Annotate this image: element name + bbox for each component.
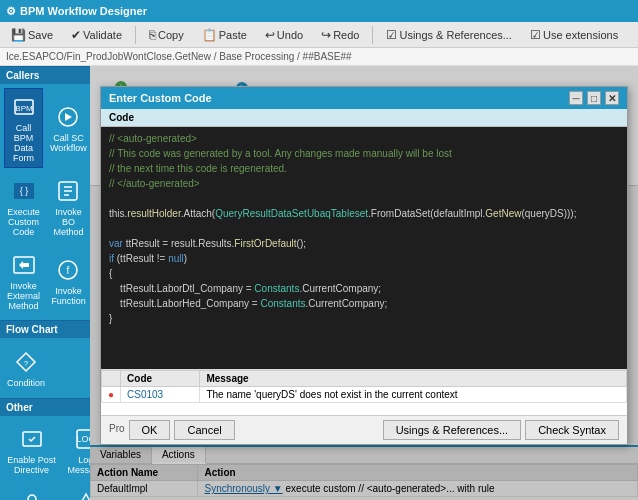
code-line: ttResult.LaborDtl_Company = Constants.Cu… [109,281,619,296]
notify-collaborator-icon [18,489,46,500]
error-table: Code Message ● CS0103 The name 'queryDS'… [101,370,627,403]
paste-button[interactable]: 📋 Paste [195,25,254,45]
sidebar-item-notify-collaborator[interactable]: Notify Collaborator [4,484,59,500]
save-button[interactable]: 💾 Save [4,25,60,45]
svg-text:BPM: BPM [15,104,33,113]
svg-text:f: f [67,265,70,276]
sidebar-item-invoke-external[interactable]: Invoke External Method [4,246,43,316]
code-editor[interactable]: // <auto-generated> // This code was gen… [101,127,627,369]
cancel-button[interactable]: Cancel [174,420,234,440]
execute-custom-label: Execute Custom Code [7,207,40,237]
invoke-bo-icon [54,177,82,205]
copy-button[interactable]: ⎘ Copy [142,25,191,45]
redo-button[interactable]: ↪ Redo [314,25,366,45]
usings-icon: ☑ [386,28,397,42]
code-line: ttResult.LaborHed_Company = Constants.Cu… [109,296,619,311]
usings-references-button[interactable]: Usings & References... [383,420,522,440]
extensions-icon: ☑ [530,28,541,42]
svg-point-17 [28,495,36,500]
condition-icon: ? [12,348,40,376]
enable-post-icon [18,425,46,453]
invoke-bo-label: Invoke BO Method [50,207,87,237]
main-toolbar: 💾 Save ✔ Validate ⎘ Copy 📋 Paste ↩ Undo … [0,22,638,48]
app-titlebar: ⚙ BPM Workflow Designer [0,0,638,22]
modal-dialog: Enter Custom Code ─ □ ✕ Code // <auto-ge… [100,86,628,445]
code-line [109,191,619,206]
code-line: // <auto-generated> [109,131,619,146]
error-col-message: Message [200,371,627,387]
breadcrumb: Ice.ESAPCO/Fin_ProdJobWontClose.GetNew /… [0,48,638,66]
condition-label: Condition [7,378,45,388]
invoke-function-icon: f [54,256,82,284]
invoke-external-icon [10,251,38,279]
sidebar-item-raise-exception[interactable]: ! Raise Exception [63,484,90,500]
error-col-blank [102,371,121,387]
code-line: // </auto-generated> [109,176,619,191]
error-panel: Code Message ● CS0103 The name 'queryDS'… [101,369,627,415]
modal-minimize-btn[interactable]: ─ [569,91,583,105]
app-title: BPM Workflow Designer [20,5,147,17]
error-code-cell: CS0103 [121,387,200,403]
other-items: Enable Post Directive LOG Log Message No… [0,416,90,500]
log-message-label: Log Message [66,455,90,475]
call-sc-icon [54,103,82,131]
undo-button[interactable]: ↩ Undo [258,25,310,45]
invoke-external-label: Invoke External Method [7,281,40,311]
modal-footer-left: Pro OK Cancel [109,420,235,440]
modal-maximize-btn[interactable]: □ [587,91,601,105]
content-area: + ⚑ Start ✎ { } DefaultImpl [90,66,638,500]
sidebar-item-call-sc[interactable]: Call SC Workflow [47,88,90,168]
svg-text:?: ? [24,359,29,368]
extensions-button[interactable]: ☑ Use extensions [523,25,625,45]
sidebar-item-call-bpm[interactable]: BPM Call BPM Data Form [4,88,43,168]
modal-footer-right: Usings & References... Check Syntax [383,420,619,440]
error-icon: ● [108,389,114,400]
copy-icon: ⎘ [149,28,156,42]
call-bpm-icon: BPM [10,93,38,121]
flowchart-items: ? Condition [0,338,90,398]
validate-icon: ✔ [71,28,81,42]
log-message-icon: LOG [72,425,90,453]
modal-close-btn[interactable]: ✕ [605,91,619,105]
modal-titlebar: Enter Custom Code ─ □ ✕ [101,87,627,109]
main-layout: Callers BPM Call BPM Data Form Call SC W… [0,66,638,500]
error-row: ● CS0103 The name 'queryDS' does not exi… [102,387,627,403]
code-line: var ttResult = result.Results.FirstOrDef… [109,236,619,251]
breadcrumb-path: Ice.ESAPCO/Fin_ProdJobWontClose.GetNew /… [6,51,352,62]
sidebar-item-enable-post[interactable]: Enable Post Directive [4,420,59,480]
code-line: { [109,266,619,281]
code-line: // the next time this code is regenerate… [109,161,619,176]
callers-items: BPM Call BPM Data Form Call SC Workflow … [0,84,90,320]
usings-button[interactable]: ☑ Usings & References... [379,25,519,45]
invoke-function-label: Invoke Function [50,286,87,306]
paste-icon: 📋 [202,28,217,42]
undo-icon: ↩ [265,28,275,42]
validate-button[interactable]: ✔ Validate [64,25,129,45]
sidebar-item-log-message[interactable]: LOG Log Message [63,420,90,480]
modal-controls: ─ □ ✕ [569,91,619,105]
sidebar-item-execute-custom[interactable]: { } Execute Custom Code [4,172,43,242]
sidebar-section-other: Other [0,398,90,416]
pro-label: Pro [109,420,125,440]
error-col-code: Code [121,371,200,387]
toolbar-sep-1 [135,26,136,44]
code-line: // This code was generated by a tool. An… [109,146,619,161]
sidebar-item-condition[interactable]: ? Condition [4,342,48,394]
sidebar-section-flowchart: Flow Chart [0,320,90,338]
redo-icon: ↪ [321,28,331,42]
sidebar-item-invoke-bo[interactable]: Invoke BO Method [47,172,90,242]
sidebar: Callers BPM Call BPM Data Form Call SC W… [0,66,90,500]
svg-text:{ }: { } [19,186,28,196]
code-line: } [109,311,619,326]
code-line: this.resultHolder.Attach(QueryResultData… [109,206,619,221]
code-line: if (ttResult != null) [109,251,619,266]
call-bpm-label: Call BPM Data Form [7,123,40,163]
raise-exception-icon: ! [72,489,90,500]
sidebar-section-callers: Callers [0,66,90,84]
ok-button[interactable]: OK [129,420,171,440]
call-sc-label: Call SC Workflow [50,133,87,153]
sidebar-item-invoke-function[interactable]: f Invoke Function [47,246,90,316]
check-syntax-button[interactable]: Check Syntax [525,420,619,440]
modal-title: Enter Custom Code [109,92,212,104]
svg-text:LOG: LOG [76,434,90,444]
